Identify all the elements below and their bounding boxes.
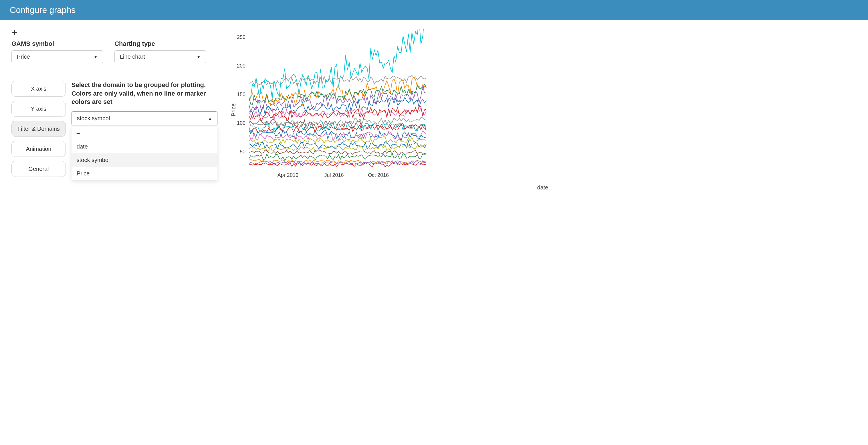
tab-filter-domains[interactable]: Filter & Domains bbox=[11, 121, 66, 137]
domain-option-stock-symbol[interactable]: stock symbol bbox=[71, 153, 217, 167]
line-chart: 50100150200250Apr 2016Jul 2016Oct 2016 bbox=[229, 29, 429, 183]
chart-x-axis-label: date bbox=[229, 184, 857, 191]
charting-type-select[interactable]: Line chart ▼ bbox=[115, 50, 206, 63]
domain-instruction: Select the domain to be grouped for plot… bbox=[71, 81, 217, 106]
charting-type-value: Line chart bbox=[120, 54, 145, 60]
domain-combo[interactable]: ▲ bbox=[71, 111, 217, 125]
divider bbox=[11, 72, 217, 72]
header-title: Configure graphs bbox=[10, 5, 75, 14]
domain-dropdown: – date stock symbol Price bbox=[71, 126, 217, 180]
domain-combo-input[interactable] bbox=[77, 115, 208, 122]
add-graph-button[interactable]: + bbox=[11, 27, 18, 38]
gams-symbol-value: Price bbox=[17, 54, 30, 60]
svg-text:Oct 2016: Oct 2016 bbox=[368, 172, 389, 178]
chart-y-axis-label: Price bbox=[230, 103, 237, 116]
config-tabs: X axis Y axis Filter & Domains Animation… bbox=[11, 81, 66, 177]
svg-text:Jul 2016: Jul 2016 bbox=[324, 172, 344, 178]
domain-option-none[interactable]: – bbox=[71, 126, 217, 140]
chart-preview: Price 50100150200250Apr 2016Jul 2016Oct … bbox=[229, 29, 857, 191]
tab-y-axis[interactable]: Y axis bbox=[11, 101, 66, 117]
svg-text:250: 250 bbox=[237, 34, 245, 40]
gams-symbol-select[interactable]: Price ▼ bbox=[11, 50, 103, 63]
charting-type-label: Charting type bbox=[115, 40, 206, 48]
header: Configure graphs bbox=[0, 0, 868, 20]
domain-option-price[interactable]: Price bbox=[71, 167, 217, 180]
caret-up-icon: ▲ bbox=[208, 116, 212, 121]
tab-animation[interactable]: Animation bbox=[11, 141, 66, 157]
svg-text:50: 50 bbox=[240, 149, 245, 154]
caret-down-icon: ▼ bbox=[196, 55, 200, 59]
domain-option-date[interactable]: date bbox=[71, 140, 217, 153]
caret-down-icon: ▼ bbox=[94, 55, 98, 59]
gams-symbol-label: GAMS symbol bbox=[11, 40, 103, 48]
svg-text:200: 200 bbox=[237, 63, 245, 69]
svg-text:100: 100 bbox=[237, 120, 245, 126]
tab-x-axis[interactable]: X axis bbox=[11, 81, 66, 97]
svg-text:150: 150 bbox=[237, 92, 245, 97]
tab-general[interactable]: General bbox=[11, 161, 66, 177]
svg-text:Apr 2016: Apr 2016 bbox=[278, 172, 299, 178]
